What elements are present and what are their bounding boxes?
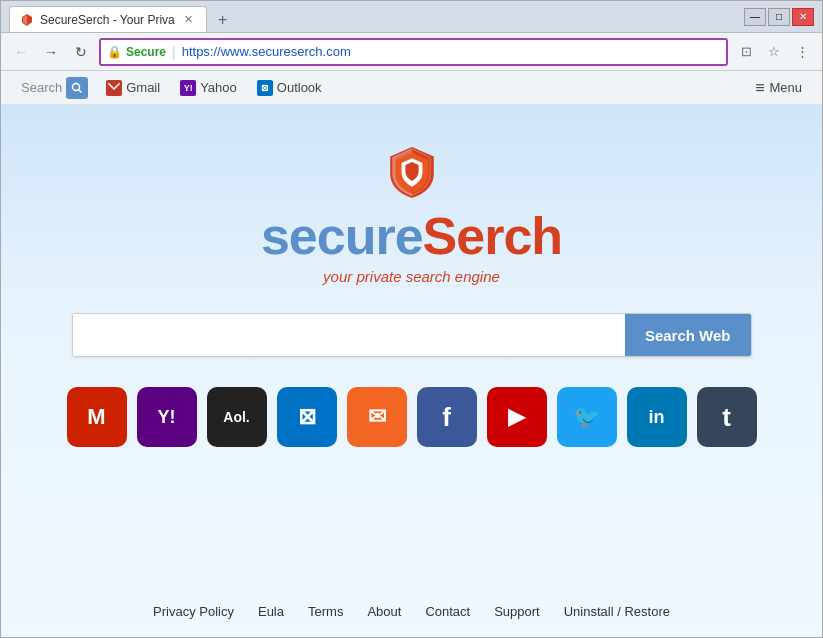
outlook-label: Outlook (277, 80, 322, 95)
active-tab[interactable]: SecureSerch - Your Priva ✕ (9, 6, 207, 32)
social-icon-yahoo[interactable]: Y! (137, 387, 197, 447)
bookmark-outlook[interactable]: ⊠ Outlook (247, 76, 332, 100)
social-icon-tumblr[interactable]: t (697, 387, 757, 447)
lock-icon: 🔒 (107, 45, 122, 59)
main-search-input[interactable] (73, 314, 625, 356)
address-bar[interactable]: 🔒 Secure | https://www.secureserch.com (99, 38, 728, 66)
logo-text: secureSerch (261, 206, 562, 266)
tab-title: SecureSerch - Your Priva (40, 13, 175, 27)
page-content: secureSerch your private search engine S… (1, 105, 822, 637)
navigation-bar: ← → ↻ 🔒 Secure | https://www.secureserch… (1, 33, 822, 71)
footer-link-support[interactable]: Support (494, 604, 540, 619)
footer-link-terms[interactable]: Terms (308, 604, 343, 619)
social-icon-aol[interactable]: Aol. (207, 387, 267, 447)
footer-link-privacy[interactable]: Privacy Policy (153, 604, 234, 619)
menu-label: Menu (769, 80, 802, 95)
search-web-button[interactable]: Search Web (625, 314, 751, 356)
menu-lines-icon: ≡ (755, 79, 764, 97)
cast-icon[interactable]: ⊡ (734, 40, 758, 64)
minimize-btn[interactable]: — (744, 8, 766, 26)
social-icon-mail[interactable]: ✉ (347, 387, 407, 447)
svg-line-1 (79, 89, 82, 92)
logo-area: secureSerch your private search engine (261, 145, 562, 285)
social-icon-facebook[interactable]: f (417, 387, 477, 447)
logo-serch-part: Serch (423, 206, 563, 266)
more-options-icon[interactable]: ⋮ (790, 40, 814, 64)
gmail-favicon (106, 80, 122, 96)
outlook-favicon: ⊠ (257, 80, 273, 96)
social-icon-linkedin[interactable]: in (627, 387, 687, 447)
social-icon-outlook[interactable]: ⊠ (277, 387, 337, 447)
bookmark-gmail[interactable]: Gmail (96, 76, 170, 100)
secure-label: Secure (126, 45, 166, 59)
bookmarks-bar: Search Gmail Y! Yahoo (1, 71, 822, 105)
search-area: Search Web (72, 313, 752, 357)
bookmark-star-icon[interactable]: ☆ (762, 40, 786, 64)
window-controls: — □ ✕ (744, 8, 814, 26)
footer-link-contact[interactable]: Contact (425, 604, 470, 619)
logo-tagline: your private search engine (323, 268, 500, 285)
forward-button[interactable]: → (39, 40, 63, 64)
tab-favicon (20, 13, 34, 27)
social-icon-gmail[interactable]: M (67, 387, 127, 447)
title-bar: SecureSerch - Your Priva ✕ + — □ ✕ (1, 1, 822, 33)
back-button[interactable]: ← (9, 40, 33, 64)
browser-window: SecureSerch - Your Priva ✕ + — □ ✕ ← → ↻… (0, 0, 823, 638)
social-icon-twitter[interactable]: 🐦 (557, 387, 617, 447)
tab-area: SecureSerch - Your Priva ✕ + (9, 1, 744, 32)
menu-button[interactable]: ≡ Menu (747, 75, 810, 101)
new-tab-button[interactable]: + (211, 8, 235, 32)
shield-logo (387, 145, 437, 200)
footer-link-eula[interactable]: Eula (258, 604, 284, 619)
footer-link-about[interactable]: About (367, 604, 401, 619)
footer-link-uninstall[interactable]: Uninstall / Restore (564, 604, 670, 619)
address-divider: | (172, 44, 176, 60)
social-icons-row: MY!Aol.⊠✉f▶🐦int (67, 387, 757, 447)
yahoo-label: Yahoo (200, 80, 237, 95)
bookmarks-search[interactable]: Search (13, 73, 96, 103)
refresh-button[interactable]: ↻ (69, 40, 93, 64)
logo-secure-part: secure (261, 206, 423, 266)
search-label: Search (21, 80, 62, 95)
yahoo-favicon: Y! (180, 80, 196, 96)
gmail-label: Gmail (126, 80, 160, 95)
footer-links: Privacy PolicyEulaTermsAboutContactSuppo… (153, 604, 670, 619)
maximize-btn[interactable]: □ (768, 8, 790, 26)
tab-close-btn[interactable]: ✕ (181, 12, 196, 27)
social-icon-youtube[interactable]: ▶ (487, 387, 547, 447)
bookmark-yahoo[interactable]: Y! Yahoo (170, 76, 247, 100)
close-btn[interactable]: ✕ (792, 8, 814, 26)
search-icon[interactable] (66, 77, 88, 99)
svg-point-0 (73, 83, 80, 90)
nav-right-icons: ⊡ ☆ ⋮ (734, 40, 814, 64)
url-display: https://www.secureserch.com (182, 44, 720, 59)
